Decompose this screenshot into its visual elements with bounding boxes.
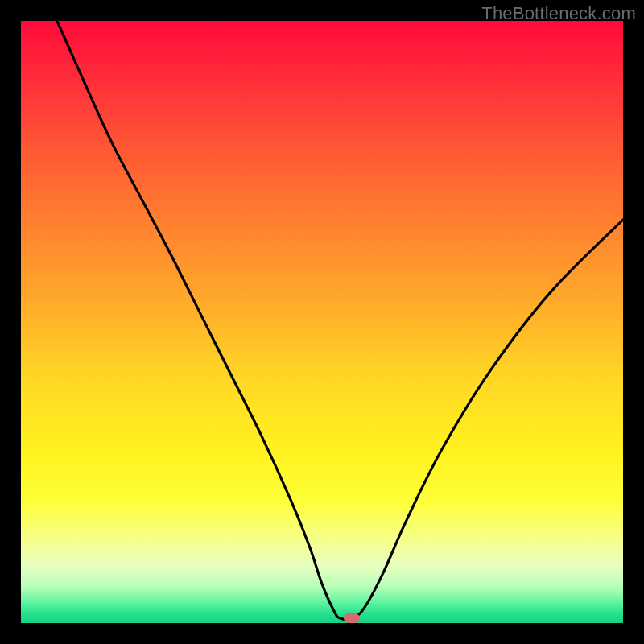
plot-area	[21, 21, 623, 623]
bottleneck-curve	[21, 21, 623, 623]
watermark-text: TheBottleneck.com	[481, 3, 636, 24]
optimum-marker	[344, 613, 360, 623]
